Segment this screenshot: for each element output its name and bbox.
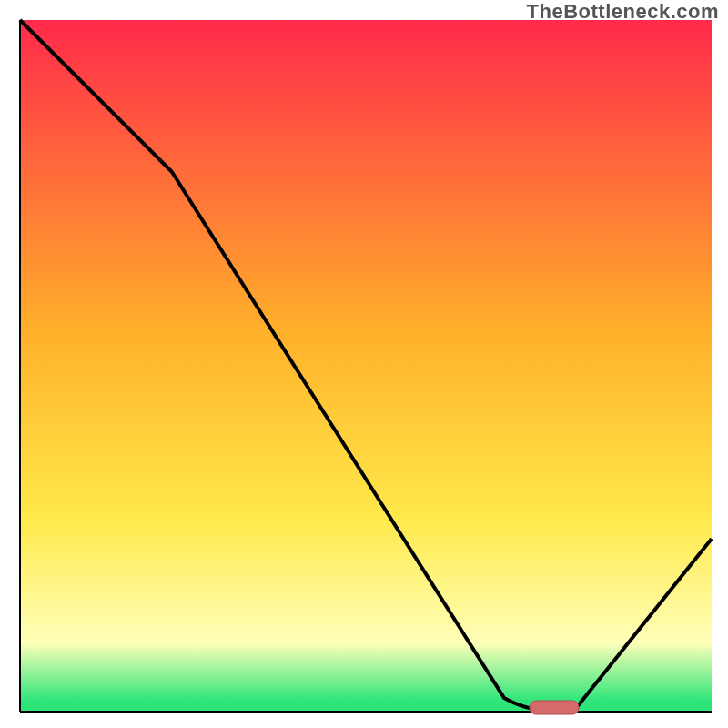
optimum-marker — [530, 701, 579, 714]
bottleneck-chart — [0, 0, 728, 728]
chart-container: TheBottleneck.com — [0, 0, 728, 728]
attribution-label: TheBottleneck.com — [527, 0, 719, 24]
